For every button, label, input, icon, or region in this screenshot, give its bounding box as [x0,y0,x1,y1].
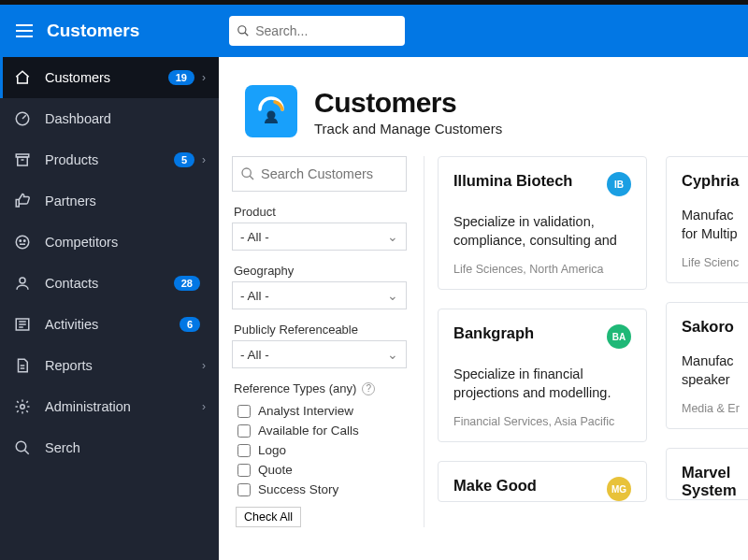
sidebar-item-label: Customers [45,70,168,85]
sidebar-item-label: Administration [45,399,200,414]
customer-card-meta: Life Scienc [682,256,748,269]
sidebar-item-label: Competitors [45,235,206,250]
customer-search[interactable] [232,156,407,192]
customer-card-desc: Specialize in financial projections and … [453,366,631,402]
ref-option-label: Success Story [258,482,338,496]
sidebar-item-competitors[interactable]: Competitors [0,222,219,263]
ref-checkbox-row[interactable]: Available for Calls [232,421,407,440]
customer-card[interactable]: Make Good MG [438,461,647,502]
sidebar-badge: 5 [174,152,194,167]
ref-checkbox[interactable] [237,424,251,438]
customer-avatar: MG [607,477,631,501]
ref-option-label: Analyst Interview [258,404,353,418]
hamburger-icon [16,24,33,37]
ref-option-label: Logo [258,443,286,457]
filter-label-publicly: Publicly Referenceable [234,323,407,337]
sidebar-item-label: Partners [45,194,206,208]
customer-card-title: Cyphria [682,172,739,190]
filter-panel: Product - All - ⌄ Geography - All - ⌄ Pu… [232,156,418,527]
customer-card-desc: Specialize in validation, compliance, co… [453,213,631,250]
global-search[interactable] [229,16,405,46]
global-search-input[interactable] [255,23,397,38]
sidebar-item-products[interactable]: Products 5 › [0,139,219,180]
gear-icon [13,397,32,416]
chevron-down-icon: ⌄ [387,288,398,303]
app-title: Customers [47,21,139,41]
help-icon[interactable]: ? [362,382,375,395]
ref-checkbox-row[interactable]: Quote [232,460,407,480]
customer-gauge-icon [252,93,290,130]
filter-value: - All - [240,348,269,362]
ref-checkbox-row[interactable]: Analyst Interview [232,401,407,421]
sidebar-badge: 28 [174,276,200,291]
chevron-down-icon: ⌄ [387,347,398,362]
sidebar-item-label: Contacts [45,276,174,291]
svg-point-6 [20,240,22,242]
chevron-right-icon: › [202,71,206,84]
chevron-right-icon: › [202,359,206,372]
customer-card[interactable]: Bankgraph BA Specialize in financial pro… [438,309,647,442]
customer-search-input[interactable] [261,166,398,181]
customer-avatar: IB [607,172,631,196]
svg-point-8 [20,278,25,283]
page-subtitle: Track and Manage Customers [314,121,502,136]
ref-checkbox-row[interactable]: Logo [232,440,407,460]
customer-card[interactable]: Cyphria Manufac for Multip Life Scienc [666,156,748,283]
svg-point-0 [238,26,246,34]
chevron-right-icon: › [202,400,206,413]
chevron-down-icon: ⌄ [387,229,398,244]
svg-point-14 [242,168,251,177]
page-title: Customers [314,87,502,119]
news-icon [13,315,32,334]
filter-select-geography[interactable]: - All - ⌄ [232,281,407,309]
customer-card-title: Illumina Biotech [453,172,572,190]
ref-checkbox[interactable] [237,483,251,496]
svg-point-7 [24,240,26,242]
gauge-icon [13,109,32,128]
person-icon [13,274,32,293]
sidebar-item-contacts[interactable]: Contacts 28 [0,263,219,304]
search-icon [240,166,255,181]
sidebar-item-dashboard[interactable]: Dashboard [0,98,219,139]
filter-select-publicly[interactable]: - All - ⌄ [232,340,407,368]
customer-card-title: Make Good [453,477,537,495]
sidebar-item-partners[interactable]: Partners [0,180,219,222]
document-icon [13,356,32,375]
check-all-button[interactable]: Check All [236,507,301,527]
customer-card-desc: Manufac speaker [682,352,748,389]
filter-label-geography: Geography [234,264,407,278]
sidebar-badge: 6 [180,317,200,332]
ref-checkbox-row[interactable]: Success Story [232,480,407,499]
ref-checkbox[interactable] [237,405,251,418]
face-icon [13,233,32,251]
svg-line-12 [24,450,29,454]
sidebar-item-label: Activities [45,317,180,332]
chevron-right-icon: › [202,153,206,166]
filter-select-product[interactable]: - All - ⌄ [232,223,407,251]
menu-toggle-button[interactable] [11,18,37,44]
ref-option-label: Available for Calls [258,424,359,438]
sidebar-item-search[interactable]: Serch [0,427,219,468]
vertical-divider [424,156,424,527]
ref-checkbox[interactable] [237,444,251,457]
page-icon [245,85,297,137]
svg-rect-4 [18,157,28,165]
sidebar-item-label: Dashboard [45,111,206,126]
search-icon [237,24,250,37]
filter-value: - All - [240,289,269,303]
sidebar-item-label: Products [45,152,174,167]
sidebar-item-label: Serch [45,440,206,455]
sidebar-item-activities[interactable]: Activities 6 [0,304,219,345]
ref-checkbox[interactable] [237,464,251,477]
svg-line-1 [245,33,249,36]
svg-point-5 [16,236,29,249]
customer-card[interactable]: Illumina Biotech IB Specialize in valida… [438,156,647,290]
filter-label-reftypes: Reference Types (any) [234,381,356,395]
customer-card[interactable]: Sakoro Manufac speaker Media & Er [666,302,748,429]
sidebar-badge: 19 [168,70,194,85]
sidebar-item-administration[interactable]: Administration › [0,386,219,427]
sidebar-item-customers[interactable]: Customers 19 › [0,57,219,98]
svg-line-15 [250,176,253,179]
customer-card[interactable]: Marvel System [666,448,748,500]
sidebar-item-reports[interactable]: Reports › [0,345,219,386]
